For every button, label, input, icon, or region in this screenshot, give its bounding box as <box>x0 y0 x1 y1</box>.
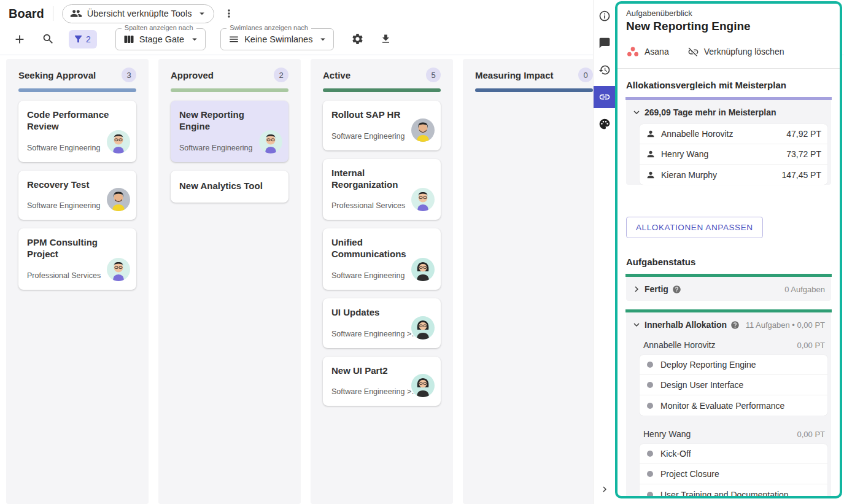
filter-chip[interactable]: 2 <box>69 30 97 48</box>
person-allocation-row: Annabelle Horovitz 0,00 PT <box>626 336 831 355</box>
project-card[interactable]: UI Updates Software Engineering >… <box>323 298 441 348</box>
allocation-name: Kieran Murphy <box>661 170 717 180</box>
project-card[interactable]: Rollout SAP HR Software Engineering <box>323 101 441 150</box>
help-icon[interactable] <box>730 320 740 330</box>
palette-icon[interactable] <box>594 113 616 135</box>
task-status-dot <box>647 362 653 368</box>
columns-by-select[interactable]: Spalten anzeigen nach Stage Gate <box>115 28 206 50</box>
allocation-heading: Allokationsvergleich mit Meisterplan <box>626 80 831 90</box>
column-count-badge: 3 <box>122 68 136 82</box>
task-row[interactable]: Deploy Reporting Engine <box>640 355 827 375</box>
card-title: Code Performance Review <box>27 109 128 133</box>
search-button[interactable] <box>37 28 59 50</box>
task-row[interactable]: User Training and Documentation <box>640 484 827 498</box>
project-card[interactable]: New UI Part2 Software Engineering >… <box>323 357 441 406</box>
collapse-panel-icon[interactable] <box>594 478 616 500</box>
project-card[interactable]: PPM Consulting Project Professional Serv… <box>18 228 136 290</box>
column-title: Measuring Impact <box>475 70 554 80</box>
status-group-header[interactable]: Innerhalb Allokation 11 Aufgaben • 0,00 … <box>626 312 831 336</box>
allocation-value: 47,92 PT <box>786 129 821 139</box>
unlink-button[interactable]: Verknüpfung löschen <box>704 47 784 56</box>
settings-button[interactable] <box>346 28 368 50</box>
status-group-header[interactable]: Fertig 0 Aufgaben <box>626 277 831 301</box>
swimlanes-by-select[interactable]: Swimlanes anzeigen nach Keine Swimlanes <box>220 28 334 50</box>
task-name: User Training and Documentation <box>660 490 789 499</box>
avatar <box>411 374 435 397</box>
help-icon[interactable] <box>672 285 681 294</box>
column-color-bar <box>18 88 136 92</box>
avatar <box>411 258 435 281</box>
add-button[interactable] <box>9 28 31 50</box>
status-group-summary: 0 Aufgaben <box>784 285 825 294</box>
task-name: Deploy Reporting Engine <box>660 360 756 370</box>
column-count-badge: 5 <box>426 68 441 82</box>
project-card[interactable]: Unified Communications Software Engineer… <box>323 228 441 290</box>
divider <box>618 68 840 69</box>
project-card[interactable]: Code Performance Review Software Enginee… <box>18 101 136 162</box>
status-group-summary: 11 Aufgaben • 0,00 PT <box>746 320 825 330</box>
card-title: Internal Reorganization <box>331 168 432 191</box>
person-icon <box>646 149 656 159</box>
column-title: Seeking Approval <box>18 70 96 80</box>
panel-overline: Aufgabenüberblick <box>626 9 831 18</box>
task-status-heading: Aufgabenstatus <box>626 257 831 267</box>
avatar <box>411 316 435 339</box>
people-icon <box>70 7 82 20</box>
avatar <box>259 130 282 153</box>
task-row[interactable]: Kick-Off <box>640 444 827 464</box>
task-list-card: Deploy Reporting Engine Design User Inte… <box>640 355 827 416</box>
filter-icon <box>73 34 83 44</box>
asana-logo-icon <box>626 45 640 58</box>
avatar <box>411 188 435 211</box>
card-title: Unified Communications <box>331 237 432 260</box>
download-button[interactable] <box>374 28 397 50</box>
task-name: Monitor & Evaluate Performance <box>660 401 784 411</box>
adjust-allocations-button[interactable]: ALLOKATIONEN ANPASSEN <box>626 217 763 238</box>
task-status-dot <box>647 492 653 498</box>
card-title: PPM Consulting Project <box>27 237 128 260</box>
allocation-row: Kieran Murphy 147,45 PT <box>640 165 827 185</box>
chevron-right-icon <box>631 284 642 295</box>
task-status-dot <box>647 451 653 457</box>
person-name: Annabelle Horovitz <box>643 340 716 350</box>
linked-tools-dropdown-label: Übersicht verknüpfte Tools <box>87 9 192 18</box>
allocation-value: 73,72 PT <box>786 149 821 159</box>
allocation-value: 147,45 PT <box>781 170 821 180</box>
status-group-title: Innerhalb Allokation <box>645 320 727 330</box>
integration-link-row: Asana Verknüpfung löschen <box>626 45 831 58</box>
person-icon <box>646 129 656 139</box>
task-name: Kick-Off <box>660 449 691 459</box>
task-name: Design User Interface <box>660 380 743 390</box>
allocation-rows-card: Annabelle Horovitz 47,92 PT Henry Wang 7… <box>640 124 827 185</box>
column-measuring-impact: Measuring Impact 0 <box>463 59 605 504</box>
column-title: Active <box>323 70 350 80</box>
columns-by-value: Stage Gate <box>139 34 184 44</box>
link-tab-icon-active[interactable] <box>594 86 616 108</box>
card-title: New Analytics Tool <box>179 180 280 192</box>
allocation-group-header[interactable]: 269,09 Tage mehr in Meisterplan <box>626 100 831 124</box>
task-row[interactable]: Monitor & Evaluate Performance <box>640 395 827 416</box>
person-name: Henry Wang <box>643 429 691 439</box>
history-icon[interactable] <box>594 59 616 81</box>
project-card[interactable]: Internal Reorganization Professional Ser… <box>323 159 441 220</box>
allocation-group: 269,09 Tage mehr in Meisterplan Annabell… <box>626 97 831 185</box>
linked-tools-dropdown[interactable]: Übersicht verknüpfte Tools <box>62 4 215 23</box>
info-icon[interactable] <box>594 5 616 27</box>
status-group-fertig: Fertig 0 Aufgaben <box>626 274 831 301</box>
link-off-icon <box>687 46 699 58</box>
comments-icon[interactable] <box>594 32 616 54</box>
card-title: New Reporting Engine <box>179 109 280 133</box>
menu-lines-icon <box>228 34 239 45</box>
asana-link[interactable]: Asana <box>645 47 669 56</box>
task-row[interactable]: Project Closure <box>640 464 827 484</box>
column-approved: Approved 2 New Reporting Engine Software… <box>158 59 301 504</box>
project-card[interactable]: Recovery Test Software Engineering <box>18 171 136 220</box>
kebab-menu-icon[interactable] <box>223 7 235 20</box>
project-card[interactable]: New Analytics Tool <box>171 171 288 203</box>
card-title: UI Updates <box>331 307 432 319</box>
avatar <box>107 188 130 211</box>
caret-down-icon <box>196 8 207 19</box>
task-row[interactable]: Design User Interface <box>640 375 827 395</box>
column-seeking-approval: Seeking Approval 3 Code Performance Revi… <box>6 59 149 504</box>
project-card-selected[interactable]: New Reporting Engine Software Engineerin… <box>171 101 288 162</box>
